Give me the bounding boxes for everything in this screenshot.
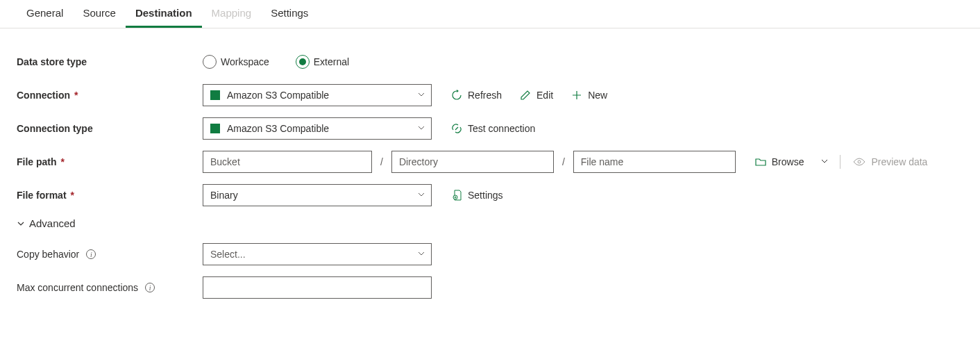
tab-general[interactable]: General xyxy=(17,0,73,28)
radio-workspace-label: Workspace xyxy=(221,56,269,67)
connection-type-value: Amazon S3 Compatible xyxy=(227,123,329,134)
svg-point-0 xyxy=(858,160,861,163)
preview-icon xyxy=(853,158,865,166)
chevron-down-icon xyxy=(17,219,25,228)
info-icon[interactable]: i xyxy=(86,249,96,259)
tab-source[interactable]: Source xyxy=(73,0,126,28)
label-connection-type: Connection type xyxy=(17,123,203,134)
tab-settings[interactable]: Settings xyxy=(261,0,318,28)
refresh-button[interactable]: Refresh xyxy=(446,87,507,103)
separator xyxy=(840,155,840,169)
bucket-input[interactable] xyxy=(203,151,372,173)
radio-external[interactable]: External xyxy=(296,55,349,69)
gear-file-icon xyxy=(451,190,462,201)
label-file-format: File format* xyxy=(17,190,203,201)
edit-icon xyxy=(520,90,531,101)
chevron-down-icon xyxy=(417,190,425,201)
copy-behavior-select[interactable]: Select... xyxy=(203,243,432,265)
format-settings-button[interactable]: Settings xyxy=(446,187,509,204)
label-max-concurrent: Max concurrent connections i xyxy=(17,282,203,293)
connection-value: Amazon S3 Compatible xyxy=(227,90,329,101)
tab-bar: General Source Destination Mapping Setti… xyxy=(0,0,980,28)
radio-icon xyxy=(203,55,217,69)
directory-input[interactable] xyxy=(391,151,554,173)
info-icon[interactable]: i xyxy=(145,283,155,292)
edit-button[interactable]: Edit xyxy=(514,87,559,103)
refresh-icon xyxy=(451,90,462,101)
plus-icon xyxy=(571,90,582,101)
folder-icon xyxy=(755,156,766,167)
advanced-toggle[interactable]: Advanced xyxy=(17,212,963,238)
chevron-down-icon xyxy=(417,123,425,134)
chevron-down-icon xyxy=(820,157,829,165)
browse-chevron[interactable] xyxy=(816,154,833,170)
copy-behavior-placeholder: Select... xyxy=(210,249,246,260)
browse-button[interactable]: Browse xyxy=(750,154,810,170)
tab-mapping: Mapping xyxy=(202,0,262,28)
tab-destination[interactable]: Destination xyxy=(126,0,202,28)
label-data-store-type: Data store type xyxy=(17,56,203,67)
radio-external-label: External xyxy=(314,56,349,67)
connection-type-select[interactable]: Amazon S3 Compatible xyxy=(203,117,432,140)
new-button[interactable]: New xyxy=(566,87,613,103)
label-file-path: File path* xyxy=(17,156,203,167)
connection-select[interactable]: Amazon S3 Compatible xyxy=(203,84,432,106)
preview-data-button: Preview data xyxy=(847,154,933,170)
path-separator: / xyxy=(561,156,566,167)
file-format-select[interactable]: Binary xyxy=(203,184,432,206)
file-format-value: Binary xyxy=(210,190,238,201)
label-copy-behavior: Copy behavior i xyxy=(17,249,203,260)
amazon-s3-icon xyxy=(210,124,220,133)
test-connection-button[interactable]: Test connection xyxy=(446,120,541,137)
destination-form: Data store type Workspace External Conne… xyxy=(0,28,980,321)
chevron-down-icon xyxy=(417,249,425,260)
filename-input[interactable] xyxy=(573,151,736,173)
svg-point-1 xyxy=(453,195,457,199)
chevron-down-icon xyxy=(417,90,425,101)
test-connection-icon xyxy=(451,123,462,134)
label-connection: Connection* xyxy=(17,90,203,101)
path-separator: / xyxy=(379,156,385,167)
max-concurrent-input[interactable] xyxy=(203,276,432,299)
amazon-s3-icon xyxy=(210,90,220,100)
radio-icon xyxy=(296,55,310,69)
radio-workspace[interactable]: Workspace xyxy=(203,55,269,69)
